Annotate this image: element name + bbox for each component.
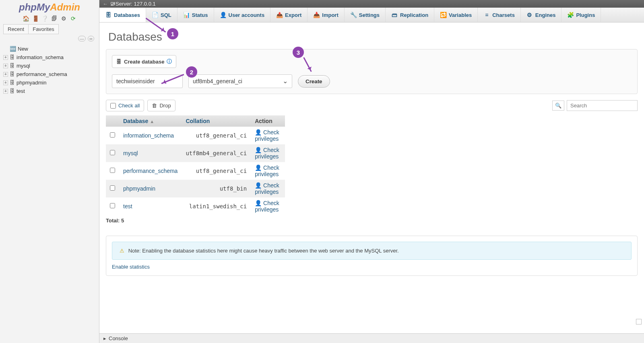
- main: ← 🖳 Server: 127.0.0.1 🗄Databases📄SQL📊Sta…: [99, 0, 644, 343]
- exit-icon[interactable]: 🚪: [32, 15, 39, 22]
- console-icon: ▸: [103, 335, 106, 341]
- engines-icon: ⚙: [526, 12, 533, 18]
- sidebar: phpMyAdmin 🏠 🚪 ❔ 🗐 ⚙ ⟳ Recent Favorites …: [0, 0, 99, 343]
- plugins-icon: 🧩: [567, 12, 574, 18]
- col-action: Action: [251, 115, 285, 127]
- tab-charsets[interactable]: ≡Charsets: [478, 8, 521, 22]
- privileges-icon: 👤: [255, 129, 262, 136]
- tab-status[interactable]: 📊Status: [178, 8, 214, 22]
- row-collation: utf8_bin: [182, 180, 251, 197]
- recent-tab[interactable]: Recent: [3, 24, 29, 34]
- console-bar[interactable]: ▸ Console: [99, 333, 644, 343]
- privileges-icon: 👤: [255, 147, 262, 153]
- tree-db[interactable]: +🗄mysql: [3, 62, 96, 70]
- col-database[interactable]: Database▲: [119, 115, 182, 127]
- status-icon: 📊: [183, 12, 190, 18]
- reload-icon[interactable]: ⟳: [70, 15, 76, 22]
- tree-db[interactable]: +🗄phpmyadmin: [3, 78, 96, 87]
- table-row: performance_schemautf8_general_ci👤 Check…: [106, 162, 285, 180]
- check-all-label: Check all: [118, 103, 140, 109]
- db-icon: 🗄: [10, 54, 15, 60]
- search-input[interactable]: [567, 100, 638, 111]
- warning-icon: ⚠: [120, 248, 124, 254]
- tab-replication[interactable]: 🗃Replication: [386, 8, 434, 22]
- db-link[interactable]: performance_schema: [123, 168, 178, 174]
- create-db-heading: 🗄 Create database ⓘ: [112, 55, 176, 68]
- expand-icon[interactable]: [636, 319, 642, 325]
- db-link[interactable]: test: [123, 203, 132, 209]
- total-count: Total: 5: [106, 218, 638, 224]
- new-db-icon: 🆕: [10, 46, 16, 52]
- server-icon: 🖳: [110, 1, 116, 7]
- db-add-icon: 🗄: [116, 59, 122, 65]
- tree-db[interactable]: +🗄information_schema: [3, 53, 96, 62]
- variables-icon: 🔁: [440, 12, 446, 18]
- db-link[interactable]: phpmyadmin: [123, 185, 155, 192]
- tab-export[interactable]: 📤Export: [270, 8, 308, 22]
- page-title: Databases: [108, 31, 638, 43]
- databases-icon: 🗄: [105, 12, 111, 18]
- tab-variables[interactable]: 🔁Variables: [434, 8, 478, 22]
- db-tree: +🆕 New +🗄information_schema+🗄mysql+🗄perf…: [0, 43, 99, 97]
- db-link[interactable]: information_schema: [123, 132, 174, 139]
- export-icon: 📤: [276, 12, 283, 18]
- charsets-icon: ≡: [483, 12, 490, 18]
- tab-engines[interactable]: ⚙Engines: [521, 8, 562, 22]
- col-collation[interactable]: Collation: [182, 115, 251, 127]
- gear-icon[interactable]: ⚙: [60, 15, 67, 22]
- callout-3: 3: [293, 47, 304, 58]
- search-icon[interactable]: 🔍: [552, 101, 564, 111]
- collation-select[interactable]: utf8mb4_general_ci: [188, 74, 292, 88]
- enable-statistics-link[interactable]: Enable statistics: [112, 264, 150, 270]
- drop-button[interactable]: 🗑 Drop: [147, 100, 175, 111]
- privileges-icon: 👤: [255, 200, 262, 206]
- stats-panel: ⚠ Note: Enabling the database statistics…: [106, 236, 638, 276]
- create-button[interactable]: Create: [298, 75, 330, 88]
- privileges-icon: 👤: [255, 182, 262, 189]
- row-checkbox[interactable]: [110, 185, 115, 191]
- row-collation: utf8mb4_general_ci: [182, 144, 251, 162]
- table-row: testlatin1_swedish_ci👤 Check privileges: [106, 197, 285, 215]
- stats-note: ⚠ Note: Enabling the database statistics…: [112, 242, 632, 260]
- collapse-all-icon[interactable]: —: [78, 36, 86, 41]
- db-name-input[interactable]: techwiseinsider: [112, 74, 183, 88]
- back-icon[interactable]: ←: [103, 1, 108, 7]
- tree-db[interactable]: +🗄test: [3, 87, 96, 95]
- settings-icon: 🔧: [350, 12, 357, 18]
- row-checkbox[interactable]: [110, 150, 115, 155]
- home-icon[interactable]: 🏠: [23, 15, 29, 22]
- topbar: ← 🖳 Server: 127.0.0.1: [99, 0, 644, 8]
- user-accounts-icon: 👤: [220, 12, 226, 18]
- row-checkbox[interactable]: [110, 168, 115, 173]
- db-link[interactable]: mysql: [123, 150, 138, 156]
- tab-import[interactable]: 📥Import: [308, 8, 344, 22]
- tree-new[interactable]: +🆕 New: [3, 45, 96, 53]
- favorites-tab[interactable]: Favorites: [29, 24, 58, 34]
- tab-databases[interactable]: 🗄Databases: [99, 8, 146, 22]
- table-row: phpmyadminutf8_bin👤 Check privileges: [106, 180, 285, 197]
- sql-icon[interactable]: 🗐: [51, 15, 58, 22]
- tab-settings[interactable]: 🔧Settings: [345, 8, 386, 22]
- main-tabs: 🗄Databases📄SQL📊Status👤User accounts📤Expo…: [99, 8, 644, 23]
- row-collation: utf8_general_ci: [182, 127, 251, 144]
- tree-db[interactable]: +🗄performance_schema: [3, 70, 96, 78]
- table-row: mysqlutf8mb4_general_ci👤 Check privilege…: [106, 144, 285, 162]
- db-icon: 🗄: [10, 80, 15, 86]
- server-label: Server: 127.0.0.1: [116, 1, 156, 7]
- help-icon[interactable]: ❔: [41, 15, 48, 22]
- tab-user-accounts[interactable]: 👤User accounts: [214, 8, 271, 22]
- tab-sql[interactable]: 📄SQL: [146, 8, 178, 22]
- db-icon: 🗄: [10, 63, 15, 69]
- tab-plugins[interactable]: 🧩Plugins: [561, 8, 601, 22]
- privileges-icon: 👤: [255, 164, 262, 171]
- db-icon: 🗄: [10, 88, 15, 94]
- row-checkbox[interactable]: [110, 132, 115, 138]
- check-all-checkbox[interactable]: [110, 103, 116, 109]
- help-icon[interactable]: ⓘ: [167, 58, 172, 65]
- row-collation: latin1_swedish_ci: [182, 197, 251, 215]
- link-icon[interactable]: ∞: [88, 36, 94, 41]
- row-checkbox[interactable]: [110, 203, 115, 208]
- check-all[interactable]: Check all: [106, 100, 144, 111]
- drop-icon: 🗑: [152, 103, 157, 109]
- sql-icon: 📄: [152, 12, 158, 18]
